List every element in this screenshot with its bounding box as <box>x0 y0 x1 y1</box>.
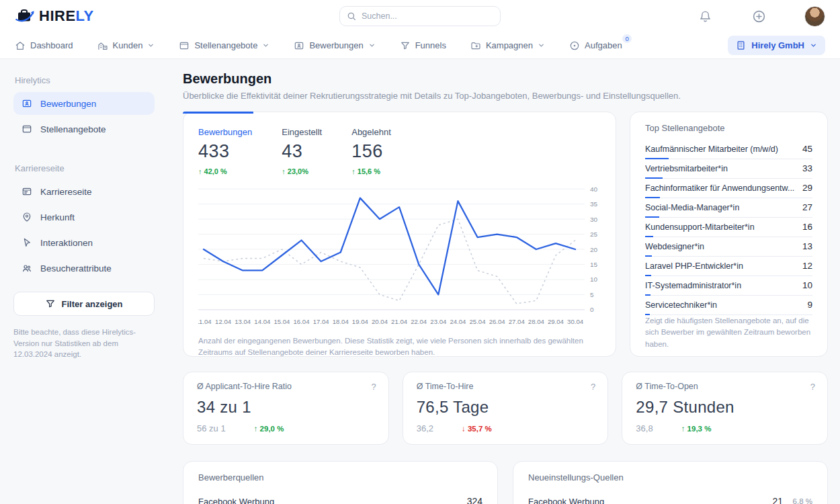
sidebar-item-besucherattribute[interactable]: Besucherattribute <box>13 257 155 280</box>
stats-tab-label: Bewerbungen <box>198 127 252 137</box>
svg-text:24.04: 24.04 <box>450 318 466 325</box>
circle-dot-icon <box>569 40 580 51</box>
organization-switcher[interactable]: Hirely GmbH <box>728 36 825 55</box>
top-job-label: Kaufmännischer Mitarbeiter (m/w/d) <box>645 144 778 154</box>
top-job-row[interactable]: IT-Systemadministrator*in 10 <box>645 276 812 296</box>
org-building-icon <box>736 40 746 50</box>
nav-item-stellenangebote[interactable]: Stellenangebote <box>179 40 269 51</box>
help-icon[interactable]: ? <box>810 382 815 392</box>
source-value: 21 <box>772 496 783 504</box>
top-header: HIRELY <box>0 0 840 32</box>
svg-text:11.04: 11.04 <box>198 318 212 325</box>
kpi-previous-value: 36,2 <box>417 423 433 433</box>
svg-text:23.04: 23.04 <box>430 318 447 325</box>
user-avatar[interactable] <box>804 6 825 27</box>
analytics-sidebar: Hirelytics Bewerbungen Stellenangebote K… <box>0 59 168 504</box>
nav-item-label: Aufgaben <box>585 40 622 50</box>
kpi-previous-value: 56 zu 1 <box>197 423 226 433</box>
applicant-sources-card: Bewerberquellen Facebook Werbung 324 Ind… <box>183 461 498 504</box>
nav-item-aufgaben[interactable]: Aufgaben 0 <box>569 40 622 51</box>
svg-text:22.04: 22.04 <box>411 318 427 325</box>
stats-tab-change: ↑ 15,6 % <box>351 167 391 175</box>
top-job-row[interactable]: Laravel PHP-Entwickler*in 12 <box>645 257 812 276</box>
page-title: Bewerbungen <box>183 71 828 87</box>
svg-text:15.04: 15.04 <box>274 318 290 325</box>
sidebar-item-stellenangebote[interactable]: Stellenangebote <box>13 118 155 140</box>
search-input[interactable] <box>362 11 493 21</box>
top-job-label: IT-Systemadministrator*in <box>645 281 741 290</box>
source-label: Facebook Werbung <box>198 497 467 504</box>
top-job-label: Kundensupport-Mitarbeiter*in <box>645 222 755 232</box>
show-filters-button[interactable]: Filter anzeigen <box>13 292 155 316</box>
stats-tabs: Bewerbungen 433 ↑ 42,0 % Eingestellt 43 … <box>198 127 601 175</box>
sidebar-item-bewerbungen[interactable]: Bewerbungen <box>13 92 155 115</box>
top-job-row[interactable]: Fachinformatiker für Anwendungsentw... 2… <box>645 179 812 198</box>
browser-icon <box>22 186 32 197</box>
nav-item-kunden[interactable]: Kunden <box>97 40 155 51</box>
stats-tab-change: ↑ 42,0 % <box>198 167 252 175</box>
window-icon <box>22 124 32 134</box>
top-job-row[interactable]: Kaufmännischer Mitarbeiter (m/w/d) 45 <box>645 140 812 159</box>
svg-text:18.04: 18.04 <box>333 318 349 325</box>
svg-text:15: 15 <box>590 261 598 268</box>
top-job-value: 45 <box>802 144 812 154</box>
top-job-value: 9 <box>807 300 812 310</box>
source-row[interactable]: Facebook Werbung 21 6,8 % <box>528 491 812 504</box>
sidebar-item-label: Stellenangebote <box>40 124 106 134</box>
top-job-row[interactable]: Webdesigner*in 13 <box>645 237 812 257</box>
id-card-icon <box>294 40 304 51</box>
sidebar-item-label: Interaktionen <box>40 238 93 248</box>
notifications-bell-icon[interactable] <box>697 8 713 24</box>
help-icon[interactable]: ? <box>591 382 595 392</box>
help-icon[interactable]: ? <box>371 382 376 392</box>
top-job-label: Webdesigner*in <box>645 242 704 251</box>
svg-text:30: 30 <box>590 216 598 223</box>
top-job-row[interactable]: Social-Media-Manager*in 27 <box>645 198 812 218</box>
kpi-previous-value: 36,8 <box>636 423 653 433</box>
kpi-title: Ø Applicant-To-Hire Ratio <box>197 382 375 391</box>
svg-text:29.04: 29.04 <box>548 318 564 325</box>
page-subtitle: Überblicke die Effektivität deiner Rekru… <box>183 91 828 101</box>
top-job-row[interactable]: Vertriebsmitarbeiter*in 33 <box>645 159 812 179</box>
top-jobs-footer: Zeigt die häufigsten Stellenangebote an,… <box>645 315 812 350</box>
id-card-icon <box>22 98 32 109</box>
nav-item-kampagnen[interactable]: Kampagnen <box>470 40 545 51</box>
sidebar-item-herkunft[interactable]: Herkunft <box>13 206 155 228</box>
svg-text:17.04: 17.04 <box>313 318 330 325</box>
search-icon <box>347 11 356 21</box>
briefcase-logo-icon <box>15 7 35 25</box>
filter-button-label: Filter anzeigen <box>61 299 122 309</box>
kpi-title: Ø Time-To-Hire <box>417 382 595 391</box>
svg-text:19.04: 19.04 <box>352 318 369 325</box>
kpi-card--time-to-hire: Ø Time-To-Hire ? 76,5 Tage 36,2 ↓ 35,7 % <box>403 372 609 445</box>
sidebar-section-title: Karriereseite <box>15 163 155 173</box>
brand-logo[interactable]: HIRELY <box>15 7 94 25</box>
nav-item-dashboard[interactable]: Dashboard <box>15 40 73 51</box>
add-new-icon[interactable] <box>751 8 767 24</box>
nav-item-label: Stellenangebote <box>194 40 257 50</box>
primary-nav: Dashboard Kunden Stellenangebote Bewerbu… <box>0 32 840 59</box>
nav-item-funnels[interactable]: Funnels <box>400 40 446 51</box>
global-search[interactable] <box>339 6 501 26</box>
sidebar-item-karriereseite[interactable]: Karriereseite <box>13 180 155 203</box>
window-icon <box>179 40 190 51</box>
source-label: Facebook Werbung <box>528 497 772 504</box>
nav-item-bewerbungen[interactable]: Bewerbungen <box>294 40 375 51</box>
stats-tab-eingestellt[interactable]: Eingestellt 43 ↑ 23,0% <box>282 127 322 175</box>
svg-text:25: 25 <box>590 230 598 238</box>
stats-tab-abgelehnt[interactable]: Abgelehnt 156 ↑ 15,6 % <box>351 127 391 175</box>
source-row[interactable]: Facebook Werbung 324 <box>198 491 482 504</box>
top-job-row[interactable]: Kundensupport-Mitarbeiter*in 16 <box>645 218 812 237</box>
kpi-change: ↑ 29,0 % <box>254 425 284 433</box>
top-job-row[interactable]: Servicetechniker*in 9 <box>645 296 812 315</box>
svg-text:21.04: 21.04 <box>391 318 408 325</box>
kpi-change: ↓ 35,7 % <box>462 425 492 433</box>
kpi-value: 29,7 Stunden <box>636 398 814 417</box>
users-icon <box>22 263 32 274</box>
svg-text:25.04: 25.04 <box>470 318 487 325</box>
top-job-value: 12 <box>802 261 812 271</box>
sidebar-item-interaktionen[interactable]: Interaktionen <box>13 231 155 254</box>
stats-tab-bewerbungen[interactable]: Bewerbungen 433 ↑ 42,0 % <box>198 127 252 175</box>
svg-text:30.04: 30.04 <box>567 318 584 325</box>
applicant-sources-title: Bewerberquellen <box>198 472 482 482</box>
